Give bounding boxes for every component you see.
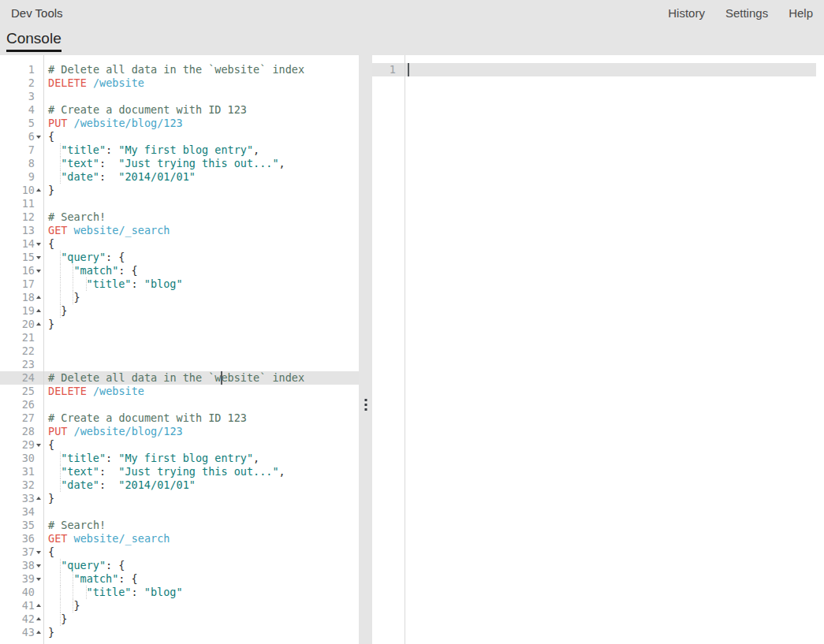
fold-close-icon[interactable] [36, 617, 41, 620]
text-cursor [408, 63, 409, 76]
code-line[interactable]: "query": { [43, 251, 359, 264]
fold-open-icon[interactable] [36, 243, 41, 246]
fold-close-icon[interactable] [36, 322, 41, 326]
code-line[interactable]: { [43, 237, 359, 251]
menu-item-settings[interactable]: Settings [725, 6, 768, 20]
code-line[interactable]: "match": { [43, 572, 359, 586]
editor-line: 3 [0, 90, 359, 103]
fold-close-icon[interactable] [36, 296, 41, 299]
fold-open-icon[interactable] [36, 444, 41, 447]
token-s: "match" [73, 264, 118, 277]
fold-cell [35, 438, 43, 452]
code-line[interactable]: "date": "2014/01/01" [43, 478, 359, 492]
line-number: 31 [0, 465, 35, 478]
code-line[interactable]: { [43, 438, 359, 452]
token-s: "date" [61, 478, 99, 491]
request-editor[interactable]: 1# Delete all data in the `website` inde… [0, 55, 359, 644]
code-line[interactable]: DELETE /website [43, 385, 359, 398]
code-line[interactable]: "title": "My first blog entry", [43, 143, 359, 157]
code-line[interactable]: "text": "Just trying this out...", [43, 157, 359, 170]
code-line[interactable]: # Delete all data in the `website` index [43, 371, 359, 385]
fold-cell [35, 130, 43, 143]
token-u: /website [93, 76, 144, 89]
code-line[interactable]: { [43, 130, 359, 143]
code-line[interactable]: } [43, 291, 359, 304]
fold-close-icon[interactable] [36, 604, 41, 607]
token-s: "date" [61, 170, 99, 183]
token-m: PUT [48, 117, 74, 129]
fold-cell [35, 478, 43, 492]
code-line[interactable]: } [43, 626, 359, 639]
editor-line: 11 [0, 197, 359, 210]
token-p: : { [106, 559, 125, 571]
token-u: /website/blog/123 [74, 425, 183, 437]
editor-line: 32"date": "2014/01/01" [0, 478, 359, 492]
token-u: /website/blog/123 [74, 117, 183, 129]
editor-line: 37{ [0, 545, 359, 559]
fold-cell [35, 492, 43, 505]
code-line[interactable]: # Create a document with ID 123 [43, 411, 359, 425]
token-s: "My first blog entry" [118, 143, 253, 156]
fold-open-icon[interactable] [36, 256, 41, 259]
fold-open-icon[interactable] [36, 136, 41, 139]
code-line[interactable] [43, 358, 359, 371]
fold-cell [35, 157, 43, 170]
code-line[interactable]: } [43, 492, 359, 505]
tab-console[interactable]: Console [6, 30, 62, 52]
fold-close-icon[interactable] [36, 309, 41, 312]
fold-open-icon[interactable] [36, 578, 41, 581]
code-line[interactable]: GET website/_search [43, 532, 359, 545]
fold-close-icon[interactable] [36, 631, 41, 634]
code-line[interactable]: "query": { [43, 559, 359, 572]
fold-open-icon[interactable] [36, 551, 41, 554]
token-m: PUT [48, 425, 74, 437]
code-line[interactable] [43, 344, 359, 358]
code-line[interactable]: "text": "Just trying this out...", [43, 465, 359, 478]
code-line[interactable] [43, 331, 359, 344]
code-line[interactable]: "title": "blog" [43, 277, 359, 291]
line-number: 36 [0, 532, 35, 545]
code-line[interactable]: PUT /website/blog/123 [43, 117, 359, 130]
code-line[interactable]: "title": "My first blog entry", [43, 452, 359, 465]
line-number: 28 [0, 425, 35, 438]
code-line[interactable]: # Search! [43, 210, 359, 224]
code-line[interactable]: GET website/_search [43, 224, 359, 237]
token-s: "title" [87, 586, 132, 598]
response-editor[interactable]: 1 [372, 55, 824, 644]
editor-line: 14{ [0, 237, 359, 251]
editor-line: 36GET website/_search [0, 532, 359, 545]
menu-item-history[interactable]: History [668, 6, 705, 20]
fold-close-icon[interactable] [36, 497, 41, 500]
code-line[interactable]: PUT /website/blog/123 [43, 425, 359, 438]
code-line[interactable] [43, 398, 359, 411]
editor-line: 1# Delete all data in the `website` inde… [0, 63, 359, 76]
code-line[interactable]: } [43, 304, 359, 318]
fold-open-icon[interactable] [36, 270, 41, 273]
code-line[interactable] [43, 197, 359, 210]
fold-close-icon[interactable] [36, 188, 41, 192]
line-number: 39 [0, 572, 35, 586]
token-p: : { [106, 251, 125, 263]
code-line[interactable]: } [43, 318, 359, 331]
code-line[interactable] [43, 505, 359, 519]
code-line[interactable]: "date": "2014/01/01" [43, 170, 359, 184]
drag-handle-icon [364, 399, 367, 411]
panel-divider[interactable] [359, 55, 372, 644]
code-line[interactable]: # Search! [43, 519, 359, 532]
fold-open-icon[interactable] [36, 564, 41, 568]
code-line[interactable]: } [43, 184, 359, 197]
code-line[interactable]: { [43, 545, 359, 559]
code-line[interactable]: } [43, 612, 359, 626]
code-line[interactable] [43, 90, 359, 103]
code-line[interactable]: "title": "blog" [43, 586, 359, 599]
fold-cell [35, 318, 43, 331]
app-title: Dev Tools [11, 6, 63, 20]
code-line[interactable] [405, 63, 824, 76]
code-line[interactable]: "match": { [43, 264, 359, 277]
token-p: { [48, 438, 54, 451]
code-line[interactable]: # Delete all data in the `website` index [43, 63, 359, 76]
code-line[interactable]: DELETE /website [43, 76, 359, 90]
code-line[interactable]: # Create a document with ID 123 [43, 103, 359, 117]
code-line[interactable]: } [43, 599, 359, 612]
menu-item-help[interactable]: Help [789, 6, 813, 20]
